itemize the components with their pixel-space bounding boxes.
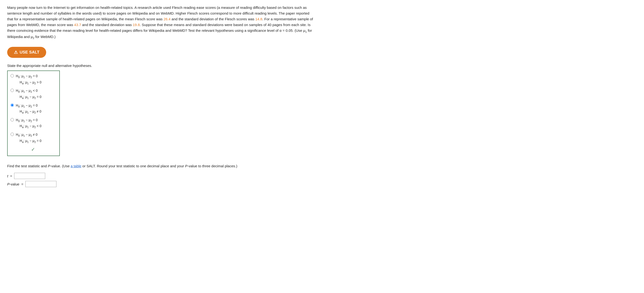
salt-icon: ⚠ [14, 50, 18, 55]
hypothesis-label-2: H0: μ1 − μ2 < 0 Ha: μ1 − μ2 = 0 [16, 88, 42, 100]
highlight-26-4: 26.4 [164, 17, 170, 21]
t-equals: = [10, 174, 12, 178]
hypotheses-section-label: State the appropriate null and alternati… [7, 64, 315, 68]
table-link[interactable]: a table [70, 164, 81, 168]
hypotheses-box: H0: μ1 − μ2 = 0 Ha: μ1 − μ2 > 0 H0: μ1 −… [7, 70, 60, 156]
hypothesis-option-2[interactable]: H0: μ1 − μ2 < 0 Ha: μ1 − μ2 = 0 [10, 88, 56, 100]
hypothesis-radio-1[interactable] [10, 74, 14, 77]
hypothesis-radio-5[interactable] [10, 133, 14, 136]
t-label: t [7, 174, 8, 178]
pvalue-input[interactable] [25, 181, 56, 187]
hypothesis-option-3[interactable]: H0: μ1 − μ2 = 0 Ha: μ1 − μ2 ≠ 0 [10, 103, 56, 115]
checkmark: ✓ [10, 146, 56, 152]
salt-button-label: USE SALT [20, 50, 40, 55]
hypothesis-option-1[interactable]: H0: μ1 − μ2 = 0 Ha: μ1 − μ2 > 0 [10, 73, 56, 86]
use-salt-button[interactable]: ⚠ USE SALT [7, 47, 46, 58]
hypothesis-label-3: H0: μ1 − μ2 = 0 Ha: μ1 − μ2 ≠ 0 [16, 103, 42, 115]
pvalue-label: P-value [7, 182, 20, 186]
highlight-43-7: 43.7 [74, 23, 81, 27]
hypothesis-label-1: H0: μ1 − μ2 = 0 Ha: μ1 − μ2 > 0 [16, 73, 42, 86]
t-input[interactable] [14, 173, 45, 179]
hypothesis-option-4[interactable]: H0: μ1 − μ2 = 0 Ha: μ1 − μ2 < 0 [10, 117, 56, 130]
problem-paragraph: Many people now turn to the Internet to … [7, 5, 315, 40]
hypothesis-radio-3[interactable] [10, 103, 14, 107]
pvalue-equals: = [21, 182, 24, 186]
hypothesis-option-5[interactable]: H0: μ1 − μ2 ≠ 0 Ha: μ1 − μ2 = 0 [10, 132, 56, 144]
t-input-row: t = [7, 173, 315, 179]
highlight-19-8: 19.8 [133, 23, 140, 27]
pvalue-input-row: P-value = [7, 181, 315, 187]
highlight-14-8: 14.8 [255, 17, 262, 21]
hypothesis-radio-2[interactable] [10, 89, 14, 92]
hypothesis-label-5: H0: μ1 − μ2 ≠ 0 Ha: μ1 − μ2 = 0 [16, 132, 42, 144]
hypothesis-label-4: H0: μ1 − μ2 = 0 Ha: μ1 − μ2 < 0 [16, 117, 42, 130]
find-section-text: Find the test statistic and P-value. (Us… [7, 163, 315, 169]
hypothesis-radio-4[interactable] [10, 118, 14, 121]
